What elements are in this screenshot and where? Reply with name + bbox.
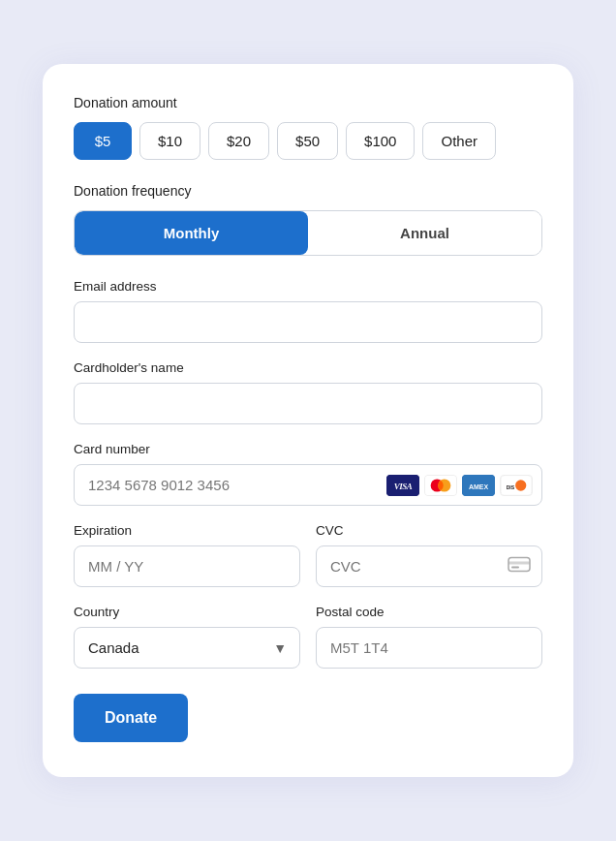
expiration-field-group: Expiration bbox=[74, 523, 300, 587]
discover-icon: DIS bbox=[500, 475, 533, 496]
cvc-field-group: CVC bbox=[316, 523, 542, 587]
postal-field-group: Postal code bbox=[316, 605, 542, 669]
frequency-toggle: MonthlyAnnual bbox=[74, 210, 542, 256]
email-input[interactable] bbox=[74, 301, 542, 343]
card-number-label: Card number bbox=[74, 442, 542, 456]
card-number-wrapper: VISA AMEX bbox=[74, 464, 542, 506]
cvc-wrapper bbox=[316, 545, 542, 587]
donation-frequency-section: Donation frequency MonthlyAnnual bbox=[74, 183, 542, 256]
email-field-group: Email address bbox=[74, 279, 542, 343]
svg-point-8 bbox=[515, 480, 526, 490]
expiration-input[interactable] bbox=[74, 545, 300, 587]
cardholder-field-group: Cardholder's name bbox=[74, 360, 542, 424]
donation-frequency-label: Donation frequency bbox=[74, 183, 542, 199]
svg-text:DIS: DIS bbox=[507, 483, 515, 489]
cardholder-label: Cardholder's name bbox=[74, 360, 542, 375]
amex-icon: AMEX bbox=[462, 475, 495, 496]
country-postal-row: Country CanadaUnited StatesUnited Kingdo… bbox=[74, 605, 542, 669]
expiry-cvc-row: Expiration CVC bbox=[74, 523, 542, 587]
expiration-label: Expiration bbox=[74, 523, 300, 538]
country-select[interactable]: CanadaUnited StatesUnited KingdomAustral… bbox=[74, 627, 300, 669]
amount-button-5[interactable]: $5 bbox=[74, 122, 132, 160]
svg-text:VISA: VISA bbox=[394, 482, 413, 491]
amount-button-10[interactable]: $10 bbox=[139, 122, 200, 160]
frequency-button-monthly[interactable]: Monthly bbox=[75, 211, 308, 255]
svg-rect-12 bbox=[511, 566, 519, 568]
amount-button-50[interactable]: $50 bbox=[277, 122, 338, 160]
amount-button-20[interactable]: $20 bbox=[208, 122, 269, 160]
frequency-button-annual[interactable]: Annual bbox=[308, 211, 541, 255]
country-field-group: Country CanadaUnited StatesUnited Kingdo… bbox=[74, 605, 300, 669]
amount-buttons-row: $5$10$20$50$100Other bbox=[74, 122, 542, 160]
postal-input[interactable] bbox=[316, 627, 542, 669]
svg-text:AMEX: AMEX bbox=[469, 483, 489, 490]
mastercard-icon bbox=[424, 475, 457, 496]
cardholder-input[interactable] bbox=[74, 383, 542, 424]
donation-amount-label: Donation amount bbox=[74, 95, 542, 110]
postal-label: Postal code bbox=[316, 605, 542, 619]
donate-button[interactable]: Donate bbox=[74, 694, 188, 742]
card-brand-icons: VISA AMEX bbox=[386, 475, 533, 496]
amount-button-other[interactable]: Other bbox=[422, 122, 496, 160]
country-label: Country bbox=[74, 605, 300, 619]
cvc-label: CVC bbox=[316, 523, 542, 538]
svg-rect-11 bbox=[508, 561, 530, 564]
donation-card: Donation amount $5$10$20$50$100Other Don… bbox=[43, 64, 573, 777]
email-label: Email address bbox=[74, 279, 542, 294]
cvc-card-icon bbox=[508, 555, 531, 577]
visa-icon: VISA bbox=[386, 475, 419, 496]
card-number-field-group: Card number VISA bbox=[74, 442, 542, 506]
donation-amount-section: Donation amount $5$10$20$50$100Other bbox=[74, 95, 542, 160]
amount-button-100[interactable]: $100 bbox=[346, 122, 415, 160]
country-select-wrapper: CanadaUnited StatesUnited KingdomAustral… bbox=[74, 627, 300, 669]
